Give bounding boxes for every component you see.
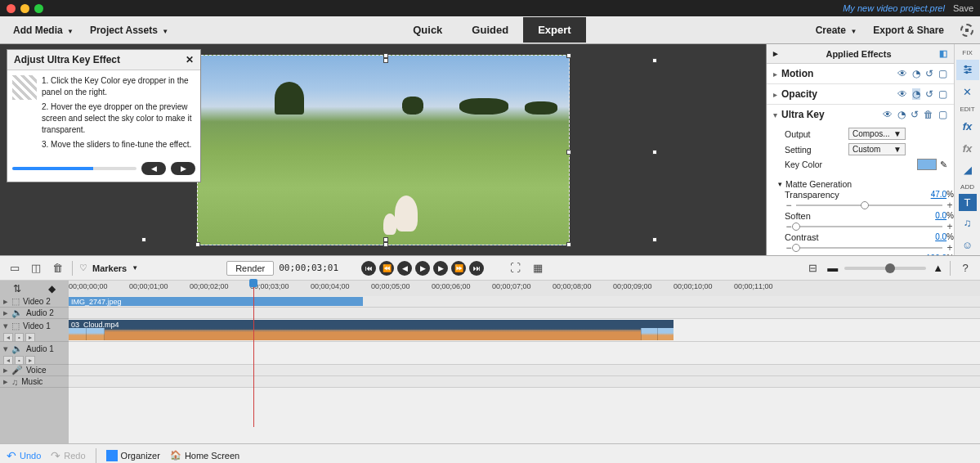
minimize-window-button[interactable]: [20, 4, 29, 13]
snap-icon[interactable]: ⊟: [804, 260, 821, 276]
stopwatch-icon[interactable]: ◔: [912, 68, 920, 79]
close-window-button[interactable]: [7, 4, 16, 13]
soften-slider[interactable]: [796, 223, 942, 231]
tracks-content[interactable]: IMG_2747.jpeg 03_Cloud.mp4: [69, 296, 980, 443]
mute-icon[interactable]: ▸: [3, 365, 8, 375]
trash-icon[interactable]: 🗑: [924, 109, 933, 120]
fx-brush-tab-icon[interactable]: fx: [956, 116, 979, 137]
create-menu[interactable]: Create ▼: [809, 21, 864, 39]
visibility-icon[interactable]: ▸: [3, 296, 8, 307]
outer-handle[interactable]: [652, 58, 657, 63]
caret-icon[interactable]: ▾: [773, 110, 781, 119]
slider-max-icon[interactable]: +: [946, 200, 954, 211]
contrast-value[interactable]: 0.0: [935, 232, 946, 242]
step-forward-button[interactable]: ▶: [433, 261, 448, 276]
fast-forward-button[interactable]: ⏩: [451, 261, 466, 276]
clip-cloud[interactable]: 03_Cloud.mp4: [69, 320, 673, 340]
guide-prev-button[interactable]: ◀: [141, 162, 166, 175]
help-icon[interactable]: ?: [957, 260, 973, 276]
settings-gear-icon[interactable]: [960, 24, 973, 37]
mute-icon[interactable]: ▸: [3, 376, 8, 387]
fullscreen-icon[interactable]: ⛶: [507, 260, 523, 276]
music-icon[interactable]: ♫: [11, 377, 18, 387]
track-nav-right[interactable]: ▸: [25, 356, 35, 365]
effect-ultra-key[interactable]: Ultra Key: [781, 109, 883, 120]
adjust-tab-icon[interactable]: [956, 60, 979, 80]
redo-button[interactable]: ↷Redo: [51, 449, 85, 462]
zoom-out-icon[interactable]: ▬: [827, 262, 838, 274]
toolbar-copy-icon[interactable]: ◫: [28, 260, 44, 276]
slider-max-icon[interactable]: +: [946, 221, 954, 232]
mode-guided[interactable]: Guided: [457, 17, 523, 43]
reset-icon[interactable]: ↺: [925, 68, 933, 79]
visibility-icon[interactable]: ▾: [3, 321, 8, 331]
track-toggle-icon[interactable]: ⬚: [11, 296, 20, 307]
home-screen-button[interactable]: 🏠Home Screen: [170, 450, 239, 461]
output-select[interactable]: Compos...▼: [848, 128, 906, 140]
track-toggle-icon[interactable]: ⬚: [11, 321, 20, 331]
playhead[interactable]: [253, 281, 254, 427]
track-nav-right[interactable]: ▸: [25, 333, 35, 342]
speaker-icon[interactable]: 🔈: [11, 344, 23, 354]
transparency-slider[interactable]: [796, 201, 942, 209]
eye-icon[interactable]: 👁: [897, 68, 907, 79]
organizer-button[interactable]: Organizer: [106, 450, 160, 461]
mute-icon[interactable]: ▾: [3, 344, 8, 354]
tolerance-value[interactable]: 100.0: [926, 254, 946, 255]
go-to-end-button[interactable]: ⏭: [469, 261, 484, 276]
go-to-start-button[interactable]: ⏮: [361, 261, 376, 276]
markers-icon[interactable]: ♡: [79, 263, 87, 273]
titles-tab-icon[interactable]: T: [959, 194, 977, 211]
selection-handle[interactable]: [383, 242, 388, 247]
caret-icon[interactable]: ▾: [778, 180, 782, 188]
music-tab-icon[interactable]: ♫: [956, 213, 979, 233]
timeline-tool-a-icon[interactable]: ⇅: [13, 283, 21, 294]
toolbar-effects-icon[interactable]: ▭: [7, 260, 23, 276]
close-icon[interactable]: ✕: [186, 54, 194, 65]
expand-icon[interactable]: ▢: [938, 68, 947, 79]
clip-img2747[interactable]: IMG_2747.jpeg: [69, 297, 363, 306]
selection-handle[interactable]: [195, 242, 200, 247]
reset-icon[interactable]: ↺: [911, 109, 919, 120]
stopwatch-icon[interactable]: ◔: [912, 88, 920, 100]
expand-icon[interactable]: ▢: [938, 109, 947, 120]
slider-max-icon[interactable]: +: [946, 242, 954, 254]
guide-next-button[interactable]: ▶: [171, 162, 195, 175]
transitions-tab-icon[interactable]: ◢: [956, 160, 979, 180]
eye-icon[interactable]: 👁: [897, 88, 907, 100]
zoom-slider[interactable]: [844, 267, 926, 270]
step-back-button[interactable]: ◀: [397, 261, 412, 276]
undo-button[interactable]: ↶Undo: [7, 449, 41, 462]
setting-select[interactable]: Custom▼: [848, 143, 906, 155]
add-media-menu[interactable]: Add Media ▼: [7, 21, 80, 39]
save-button[interactable]: Save: [953, 3, 973, 13]
track-nav-left[interactable]: ◂: [3, 333, 13, 342]
timecode-display[interactable]: 00;00;03;01: [279, 263, 338, 273]
mic-icon[interactable]: 🎤: [11, 365, 23, 375]
slider-min-icon[interactable]: −: [785, 200, 793, 211]
tools-tab-icon[interactable]: ✕: [956, 82, 979, 102]
selection-handle[interactable]: [566, 242, 571, 247]
speaker-icon[interactable]: 🔈: [11, 308, 23, 318]
reset-icon[interactable]: ↺: [925, 88, 933, 100]
contrast-slider[interactable]: [796, 244, 942, 252]
mode-expert[interactable]: Expert: [523, 17, 585, 43]
selection-handle[interactable]: [566, 53, 571, 58]
time-ruler[interactable]: 00;00;00;0000;00;01;0000;00;02;0000;00;0…: [69, 281, 980, 296]
key-color-swatch[interactable]: [917, 159, 937, 170]
outer-handle[interactable]: [141, 237, 146, 242]
transparency-value[interactable]: 47.0: [931, 190, 946, 200]
zoom-in-icon[interactable]: ▲: [933, 262, 943, 274]
expand-icon[interactable]: ▢: [938, 88, 947, 100]
soften-value[interactable]: 0.0: [935, 211, 946, 221]
markers-chevron[interactable]: ▼: [132, 264, 138, 272]
outer-handle[interactable]: [652, 237, 657, 242]
trash-icon[interactable]: 🗑: [49, 260, 65, 276]
track-nav-left[interactable]: ◂: [3, 356, 13, 365]
effect-motion[interactable]: Motion: [781, 68, 897, 79]
mute-icon[interactable]: ▸: [3, 308, 8, 318]
outer-handle[interactable]: [383, 58, 388, 63]
graphics-tab-icon[interactable]: ☺: [956, 235, 979, 255]
eye-icon[interactable]: 👁: [883, 109, 893, 120]
maximize-window-button[interactable]: [34, 4, 43, 13]
